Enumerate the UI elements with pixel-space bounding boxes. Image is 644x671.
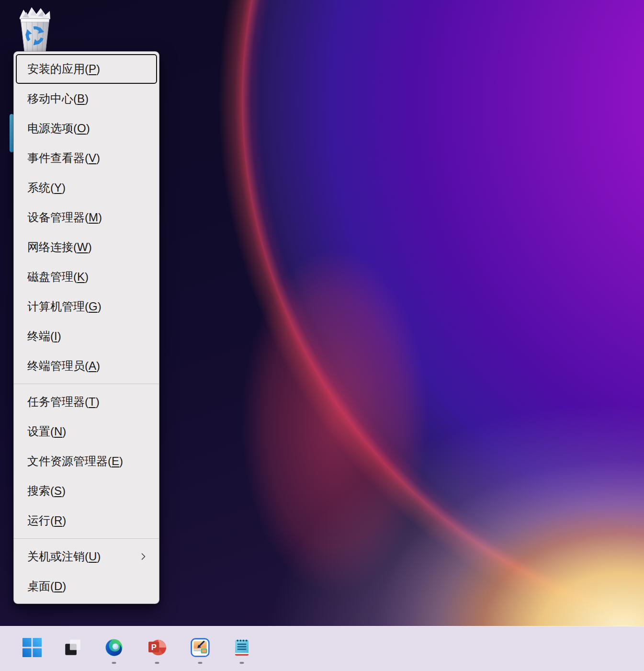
menu-item-installed-apps[interactable]: 安装的应用(P) <box>16 54 157 84</box>
recycle-bin-full-icon[interactable] <box>16 3 54 55</box>
menu-item-terminal-admin[interactable]: 终端管理员(A) <box>16 351 157 381</box>
edge-icon <box>104 637 124 658</box>
running-indicator <box>112 662 116 664</box>
menu-item-text: 事件查看器(V) <box>27 151 100 164</box>
menu-item-computer-management[interactable]: 计算机管理(G) <box>16 292 157 321</box>
squares-app-button[interactable] <box>59 630 86 666</box>
menu-item-terminal[interactable]: 终端(I) <box>16 321 157 351</box>
menu-item-text: 终端(I) <box>27 330 61 342</box>
menu-item-text: 计算机管理(G) <box>27 300 102 313</box>
menu-item-mobility-center[interactable]: 移动中心(B) <box>16 84 157 114</box>
menu-item-text: 搜索(S) <box>27 484 66 497</box>
menu-item-text: 桌面(D) <box>27 580 66 592</box>
menu-item-text: 网络连接(W) <box>27 240 92 253</box>
image-compress-icon <box>190 637 210 658</box>
menu-item-network-connections[interactable]: 网络连接(W) <box>16 232 157 262</box>
running-indicator <box>240 662 244 664</box>
image-tool-button[interactable] <box>187 630 214 666</box>
menu-item-text: 磁盘管理(K) <box>27 270 89 283</box>
powerpoint-letter: P <box>151 643 157 652</box>
menu-item-file-explorer[interactable]: 文件资源管理器(E) <box>16 446 157 476</box>
windows-logo-icon <box>22 637 42 658</box>
notepad-icon <box>232 637 252 658</box>
menu-item-power-options[interactable]: 电源选项(O) <box>16 114 157 143</box>
menu-separator <box>14 384 159 384</box>
menu-item-task-manager[interactable]: 任务管理器(T) <box>16 387 157 417</box>
running-indicator <box>198 662 203 664</box>
submenu-chevron-icon <box>141 553 146 560</box>
winx-context-menu: 安装的应用(P)移动中心(B)电源选项(O)事件查看器(V)系统(Y)设备管理器… <box>13 51 159 604</box>
menu-item-text: 文件资源管理器(E) <box>27 455 123 467</box>
notepad-button[interactable] <box>228 630 255 666</box>
menu-item-text: 安装的应用(P) <box>27 62 100 75</box>
menu-separator <box>14 538 159 539</box>
taskbar: P <box>0 626 644 671</box>
menu-item-run[interactable]: 运行(R) <box>16 506 157 535</box>
menu-item-text: 关机或注销(U) <box>27 550 101 563</box>
menu-item-text: 电源选项(O) <box>27 122 90 135</box>
menu-item-text: 设备管理器(M) <box>27 211 102 224</box>
menu-item-event-viewer[interactable]: 事件查看器(V) <box>16 143 157 173</box>
menu-item-desktop[interactable]: 桌面(D) <box>16 571 157 601</box>
start-button[interactable] <box>19 630 45 666</box>
menu-item-text: 运行(R) <box>27 514 66 527</box>
edge-button[interactable] <box>101 630 127 666</box>
menu-item-text: 设置(N) <box>27 425 66 438</box>
menu-item-device-manager[interactable]: 设备管理器(M) <box>16 203 157 232</box>
menu-item-settings[interactable]: 设置(N) <box>16 417 157 446</box>
menu-item-disk-management[interactable]: 磁盘管理(K) <box>16 262 157 292</box>
menu-item-text: 系统(Y) <box>27 181 66 194</box>
running-indicator <box>155 662 159 664</box>
powerpoint-button[interactable]: P <box>144 630 170 666</box>
menu-item-text: 任务管理器(T) <box>27 395 100 408</box>
menu-item-text: 移动中心(B) <box>27 92 89 105</box>
powerpoint-icon: P <box>147 637 167 658</box>
menu-item-search[interactable]: 搜索(S) <box>16 476 157 506</box>
menu-item-system[interactable]: 系统(Y) <box>16 173 157 203</box>
menu-item-text: 终端管理员(A) <box>27 359 100 372</box>
menu-item-shutdown-or-signout[interactable]: 关机或注销(U) <box>16 542 157 571</box>
overlapping-squares-icon <box>63 637 83 658</box>
recycle-bin-artwork <box>16 3 54 55</box>
